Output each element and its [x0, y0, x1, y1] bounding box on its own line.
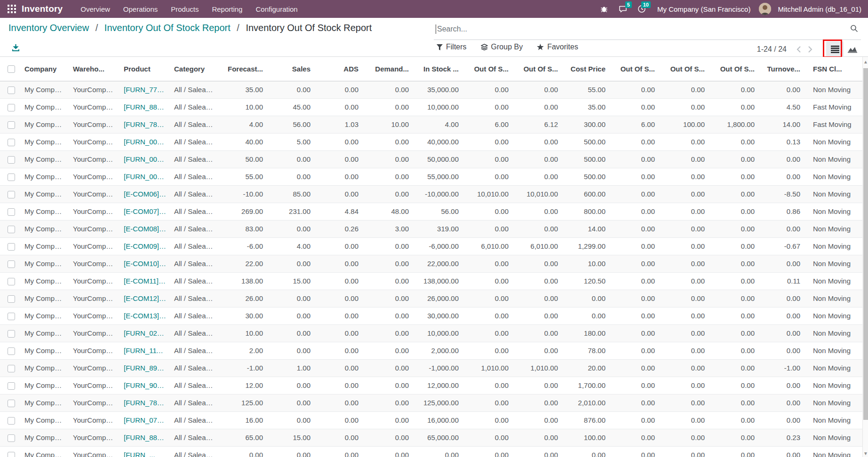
search-input[interactable]: Search... — [434, 19, 861, 40]
table-row[interactable]: My Company...YourCompany[FURN_0098...All… — [0, 168, 862, 185]
row-checkbox[interactable] — [8, 260, 15, 268]
graph-view-button[interactable] — [844, 41, 861, 57]
table-row[interactable]: My Company...YourCompany[FURN_8900...All… — [0, 359, 862, 377]
product-cell[interactable]: [E-COM10] P... — [120, 255, 170, 272]
column-header[interactable]: Out Of S... — [462, 57, 512, 81]
product-cell[interactable]: [FURN_0269... — [120, 324, 170, 342]
product-cell[interactable]: [E-COM07] L... — [120, 203, 170, 220]
column-header[interactable]: Cost Price — [562, 57, 609, 81]
row-checkbox[interactable] — [8, 278, 15, 285]
product-cell[interactable]: [E-COM13] C... — [120, 307, 170, 324]
column-header[interactable]: Category — [170, 57, 217, 81]
row-checkbox[interactable] — [8, 452, 15, 457]
column-header[interactable]: Out Of S... — [609, 57, 659, 81]
table-row[interactable]: My Company...YourCompany[FURN_7888...All… — [0, 394, 862, 411]
row-checkbox[interactable] — [8, 400, 15, 407]
row-checkbox[interactable] — [8, 87, 15, 94]
product-cell[interactable]: [FURN_1118... — [120, 342, 170, 359]
table-row[interactable]: My Company...YourCompany[FURN_0269...All… — [0, 324, 862, 342]
product-cell[interactable]: [FURN_0789... — [120, 411, 170, 429]
column-header[interactable]: Out Of S... — [659, 57, 709, 81]
row-checkbox[interactable] — [8, 173, 15, 181]
table-row[interactable]: My Company...YourCompany[E-COM08] S...Al… — [0, 220, 862, 237]
product-cell[interactable]: [E-COM09] L... — [120, 237, 170, 255]
product-cell[interactable]: [E-COM06] C... — [120, 185, 170, 203]
product-cell[interactable]: [FURN_7888... — [120, 394, 170, 411]
product-cell[interactable]: [FURN_8900... — [120, 359, 170, 377]
menu-reporting[interactable]: Reporting — [206, 1, 248, 17]
app-title[interactable]: Inventory — [22, 4, 63, 14]
company-switcher[interactable]: My Company (San Francisco) — [653, 5, 756, 13]
table-row[interactable]: My Company...YourCompany[E-COM12] C...Al… — [0, 290, 862, 307]
activities-clock-icon[interactable]: 10 — [634, 0, 650, 18]
debug-bug-icon[interactable] — [596, 0, 612, 18]
table-row[interactable]: My Company...YourCompany[FURN_0789...All… — [0, 411, 862, 429]
select-all-checkbox[interactable] — [8, 65, 15, 73]
table-row[interactable]: My Company...YourCompany[FURN_...All / S… — [0, 446, 862, 457]
scrollbar-down-icon[interactable]: ▼ — [863, 451, 868, 456]
menu-overview[interactable]: Overview — [75, 1, 116, 17]
row-checkbox[interactable] — [8, 191, 15, 198]
column-header[interactable]: In Stock ... — [413, 57, 462, 81]
table-row[interactable]: My Company...YourCompany[FURN_7800...All… — [0, 116, 862, 133]
group-by-button[interactable]: Group By — [481, 43, 523, 51]
menu-configuration[interactable]: Configuration — [250, 1, 303, 17]
filters-button[interactable]: Filters — [437, 43, 467, 51]
column-header[interactable]: Turnove... — [758, 57, 804, 81]
column-header[interactable]: Wareho... — [69, 57, 120, 81]
table-row[interactable]: My Company...YourCompany[FURN_1118...All… — [0, 342, 862, 359]
scrollbar-thumb[interactable] — [863, 68, 868, 420]
product-cell[interactable]: [E-COM12] C... — [120, 290, 170, 307]
column-header[interactable]: Out Of S... — [709, 57, 758, 81]
breadcrumb-link-report[interactable]: Inventory Out Of Stock Report — [104, 23, 231, 33]
row-checkbox[interactable] — [8, 313, 15, 320]
column-header[interactable]: Sales — [267, 57, 314, 81]
row-checkbox[interactable] — [8, 104, 15, 111]
product-cell[interactable]: [FURN_7800... — [120, 116, 170, 133]
avatar[interactable] — [759, 3, 771, 15]
table-row[interactable]: My Company...YourCompany[FURN_8888...All… — [0, 98, 862, 116]
column-header[interactable]: Out Of S... — [512, 57, 562, 81]
table-row[interactable]: My Company...YourCompany[FURN_0097...All… — [0, 150, 862, 168]
row-checkbox[interactable] — [8, 243, 15, 251]
row-checkbox[interactable] — [8, 156, 15, 164]
table-row[interactable]: My Company...YourCompany[E-COM06] C...Al… — [0, 185, 862, 203]
column-header[interactable]: FSN Cl... — [804, 57, 862, 81]
table-row[interactable]: My Company...YourCompany[E-COM09] L...Al… — [0, 237, 862, 255]
row-checkbox[interactable] — [8, 208, 15, 216]
messages-icon[interactable]: 5 — [615, 0, 631, 18]
product-cell[interactable]: [E-COM08] S... — [120, 220, 170, 237]
product-cell[interactable]: [FURN_0098... — [120, 168, 170, 185]
search-icon[interactable] — [850, 24, 858, 34]
product-cell[interactable]: [E-COM11] C... — [120, 272, 170, 290]
product-cell[interactable]: [FURN_9001... — [120, 377, 170, 394]
row-checkbox[interactable] — [8, 347, 15, 355]
pager-next-icon[interactable] — [804, 43, 816, 56]
table-row[interactable]: My Company...YourCompany[FURN_9001...All… — [0, 377, 862, 394]
row-checkbox[interactable] — [8, 295, 15, 303]
favorites-button[interactable]: Favorites — [537, 43, 578, 51]
row-checkbox[interactable] — [8, 121, 15, 129]
user-menu[interactable]: Mitchell Admin (db_16_01) — [774, 5, 861, 13]
column-header[interactable]: Demand... — [362, 57, 413, 81]
row-checkbox[interactable] — [8, 434, 15, 442]
product-cell[interactable]: [FURN_8888... — [120, 98, 170, 116]
table-row[interactable]: My Company...YourCompany[FURN_0096...All… — [0, 133, 862, 150]
product-cell[interactable]: [FURN_0097... — [120, 150, 170, 168]
product-cell[interactable]: [FURN_... — [120, 446, 170, 457]
menu-operations[interactable]: Operations — [118, 1, 163, 17]
table-row[interactable]: My Company...YourCompany[FURN_8855...All… — [0, 429, 862, 446]
export-download-icon[interactable] — [12, 44, 20, 54]
menu-products[interactable]: Products — [165, 1, 204, 17]
vertical-scrollbar[interactable]: ▲ ▼ — [862, 57, 868, 457]
product-cell[interactable]: [FURN_7777... — [120, 81, 170, 98]
pager-previous-icon[interactable] — [793, 43, 804, 56]
table-row[interactable]: My Company...YourCompany[E-COM07] L...Al… — [0, 203, 862, 220]
column-header[interactable]: Product — [120, 57, 170, 81]
scrollbar-up-icon[interactable]: ▲ — [863, 60, 868, 64]
breadcrumb-link-overview[interactable]: Inventory Overview — [8, 23, 89, 33]
list-view-button[interactable] — [826, 41, 844, 57]
row-checkbox[interactable] — [8, 139, 15, 146]
table-row[interactable]: My Company...YourCompany[E-COM13] C...Al… — [0, 307, 862, 324]
row-checkbox[interactable] — [8, 330, 15, 338]
